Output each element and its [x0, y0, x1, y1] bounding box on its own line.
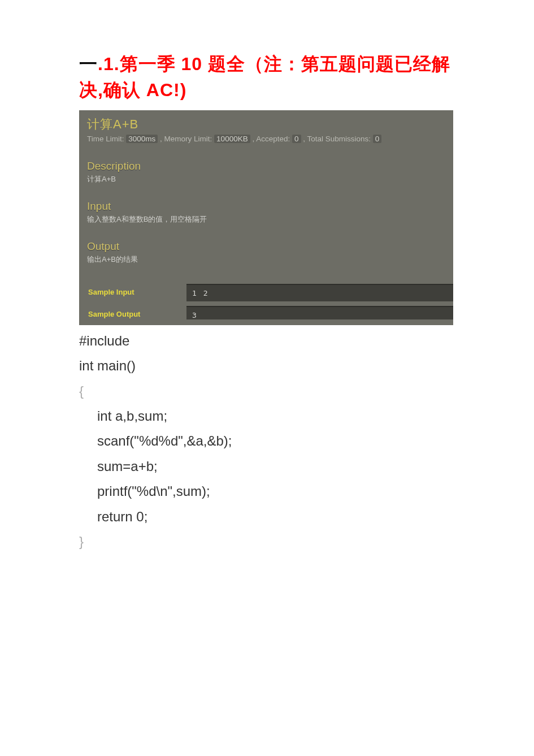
- code-line: int main(): [79, 353, 472, 378]
- submissions-value: 0: [373, 135, 382, 143]
- accepted-value: 0: [292, 135, 301, 143]
- output-body: 输出A+B的结果: [87, 254, 445, 265]
- problem-title: 计算A+B: [87, 116, 445, 133]
- code-line: sum=a+b;: [79, 454, 472, 479]
- input-heading: Input: [87, 200, 445, 213]
- code-line: printf("%d\n",sum);: [79, 479, 472, 504]
- code-listing: #include int main() { int a,b,sum; scanf…: [79, 329, 472, 555]
- sample-input-label: Sample Input: [79, 284, 186, 301]
- time-limit-value: 3000ms: [126, 135, 158, 143]
- problem-panel: 计算A+B Time Limit: 3000ms , Memory Limit:…: [79, 110, 453, 325]
- sample-output-label: Sample Output: [79, 306, 186, 319]
- sample-output-value: 3: [186, 306, 453, 319]
- sample-table: Sample Input 1 2 Sample Output 3: [79, 284, 453, 319]
- sample-input-value: 1 2: [186, 284, 453, 301]
- memory-limit-value: 10000KB: [214, 135, 250, 143]
- problem-meta: Time Limit: 3000ms , Memory Limit: 10000…: [87, 135, 445, 143]
- code-line: scanf("%d%d",&a,&b);: [79, 429, 472, 453]
- memory-limit-label: , Memory Limit:: [160, 135, 212, 143]
- document-title: 一.1.第一季 10 题全（注：第五题问题已经解决,确认 AC!): [79, 51, 472, 103]
- output-heading: Output: [87, 240, 445, 253]
- code-line: {: [79, 379, 472, 404]
- input-body: 输入整数A和整数B的值，用空格隔开: [87, 214, 445, 224]
- accepted-label: , Accepted:: [252, 135, 290, 143]
- description-body: 计算A+B: [87, 174, 445, 184]
- title-remainder: .1.第一季 10 题全（注：第五题问题已经解决,确认 AC!): [79, 54, 450, 100]
- description-heading: Description: [87, 160, 445, 172]
- code-line: return 0;: [79, 504, 472, 529]
- submissions-label: , Total Submissions:: [303, 135, 371, 143]
- code-line: }: [79, 529, 472, 554]
- code-line: int a,b,sum;: [79, 404, 472, 429]
- time-limit-label: Time Limit:: [87, 135, 124, 143]
- code-line: #include: [79, 329, 472, 353]
- title-prefix: 一: [79, 54, 98, 74]
